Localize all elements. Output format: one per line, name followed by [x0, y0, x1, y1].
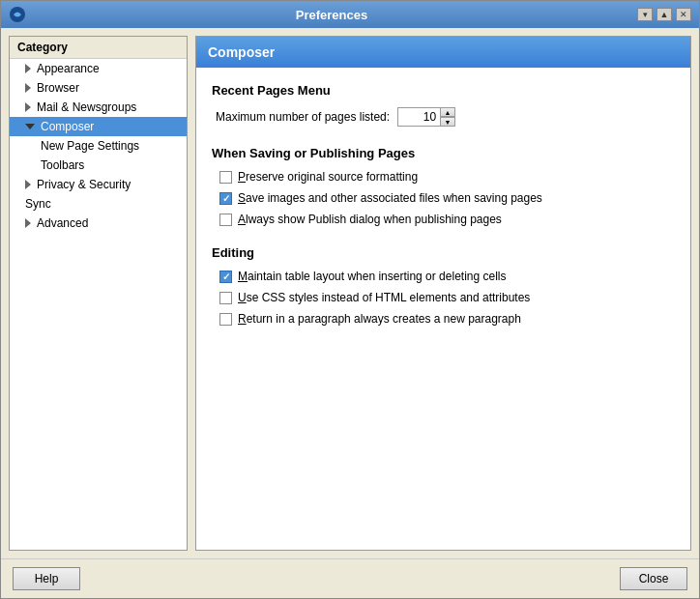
max-pages-row: Maximum number of pages listed: ▲ ▼: [216, 107, 675, 127]
preserve-source-row: Preserve original source formatting: [219, 170, 675, 184]
app-icon: [9, 6, 26, 23]
chevron-right-icon: [25, 64, 31, 73]
recent-pages-section: Recent Pages Menu Maximum number of page…: [212, 83, 675, 127]
use-css-label: Use CSS styles instead of HTML elements …: [238, 291, 530, 304]
maintain-table-checkbox[interactable]: [219, 271, 232, 283]
save-images-label: Save images and other associated files w…: [238, 191, 542, 205]
always-show-publish-row: Always show Publish dialog when publishi…: [219, 213, 675, 226]
sidebar-item-browser[interactable]: Browser: [10, 78, 187, 98]
preserve-source-checkbox[interactable]: [219, 171, 232, 184]
when-saving-section: When Saving or Publishing Pages Preserve…: [212, 146, 675, 226]
save-images-checkbox[interactable]: [219, 192, 232, 205]
sidebar-item-new-page-settings[interactable]: New Page Settings: [10, 136, 187, 156]
sidebar-label-browser: Browser: [37, 81, 79, 95]
sidebar-label-composer: Composer: [41, 120, 94, 133]
help-button[interactable]: Help: [13, 567, 80, 590]
when-saving-title: When Saving or Publishing Pages: [212, 146, 675, 160]
maintain-table-label: Maintain table layout when inserting or …: [238, 270, 507, 283]
close-button-titlebar[interactable]: ✕: [676, 8, 691, 21]
sidebar-label-toolbars: Toolbars: [41, 158, 84, 172]
sidebar-label-sync: Sync: [25, 197, 51, 211]
return-paragraph-checkbox[interactable]: [219, 313, 232, 326]
sidebar-item-toolbars[interactable]: Toolbars: [10, 156, 187, 175]
sidebar-item-advanced[interactable]: Advanced: [10, 214, 187, 233]
footer: Help Close: [1, 558, 699, 598]
return-paragraph-row: Return in a paragraph always creates a n…: [219, 312, 675, 326]
max-pages-input[interactable]: [397, 107, 441, 127]
sidebar-header: Category: [10, 37, 187, 59]
max-pages-label: Maximum number of pages listed:: [216, 110, 390, 124]
window-controls: ▾ ▲ ✕: [637, 8, 691, 21]
close-button[interactable]: Close: [620, 567, 687, 590]
sidebar: Category Appearance Browser Mail & Newsg…: [9, 36, 188, 551]
panel-body: Recent Pages Menu Maximum number of page…: [196, 68, 690, 550]
preserve-source-label: Preserve original source formatting: [238, 170, 418, 184]
minimize-button[interactable]: ▾: [637, 8, 653, 21]
titlebar: Preferences ▾ ▲ ✕: [1, 1, 699, 28]
chevron-right-icon: [25, 102, 31, 112]
use-css-row: Use CSS styles instead of HTML elements …: [219, 291, 675, 304]
editing-section: Editing Maintain table layout when inser…: [212, 245, 675, 326]
panel-header: Composer: [196, 37, 690, 68]
sidebar-label-advanced: Advanced: [37, 216, 88, 230]
content-area: Category Appearance Browser Mail & Newsg…: [1, 28, 699, 558]
maintain-table-row: Maintain table layout when inserting or …: [219, 270, 675, 283]
recent-pages-title: Recent Pages Menu: [212, 83, 675, 98]
chevron-right-icon: [25, 83, 31, 93]
always-show-publish-checkbox[interactable]: [219, 214, 232, 226]
sidebar-item-appearance[interactable]: Appearance: [10, 59, 187, 78]
sidebar-item-mail-newsgroups[interactable]: Mail & Newsgroups: [10, 98, 187, 117]
chevron-down-icon: [25, 124, 35, 129]
sidebar-label-appearance: Appearance: [37, 62, 100, 75]
save-images-row: Save images and other associated files w…: [219, 191, 675, 205]
sidebar-label-privacy: Privacy & Security: [37, 178, 131, 191]
spinner-up-button[interactable]: ▲: [440, 107, 455, 117]
max-pages-spinner: ▲ ▼: [397, 107, 455, 127]
return-paragraph-label: Return in a paragraph always creates a n…: [238, 312, 521, 326]
sidebar-label-new-page: New Page Settings: [41, 139, 139, 153]
sidebar-item-privacy-security[interactable]: Privacy & Security: [10, 175, 187, 194]
maximize-button[interactable]: ▲: [656, 8, 672, 21]
always-show-publish-label: Always show Publish dialog when publishi…: [238, 213, 502, 226]
close-label: Close: [639, 572, 669, 585]
editing-title: Editing: [212, 245, 675, 260]
use-css-checkbox[interactable]: [219, 292, 232, 304]
chevron-right-icon: [25, 180, 31, 189]
panel-title: Composer: [208, 44, 275, 60]
sidebar-label-mail: Mail & Newsgroups: [37, 100, 136, 114]
help-label: Help: [35, 572, 59, 585]
sidebar-item-composer[interactable]: Composer: [10, 117, 187, 136]
preferences-window: Preferences ▾ ▲ ✕ Category Appearance Br…: [0, 0, 700, 599]
main-panel: Composer Recent Pages Menu Maximum numbe…: [195, 36, 691, 551]
sidebar-item-sync[interactable]: Sync: [10, 194, 187, 214]
chevron-right-icon: [25, 218, 31, 228]
spinner-buttons: ▲ ▼: [440, 107, 455, 127]
window-title: Preferences: [26, 8, 637, 22]
spinner-down-button[interactable]: ▼: [440, 117, 455, 127]
